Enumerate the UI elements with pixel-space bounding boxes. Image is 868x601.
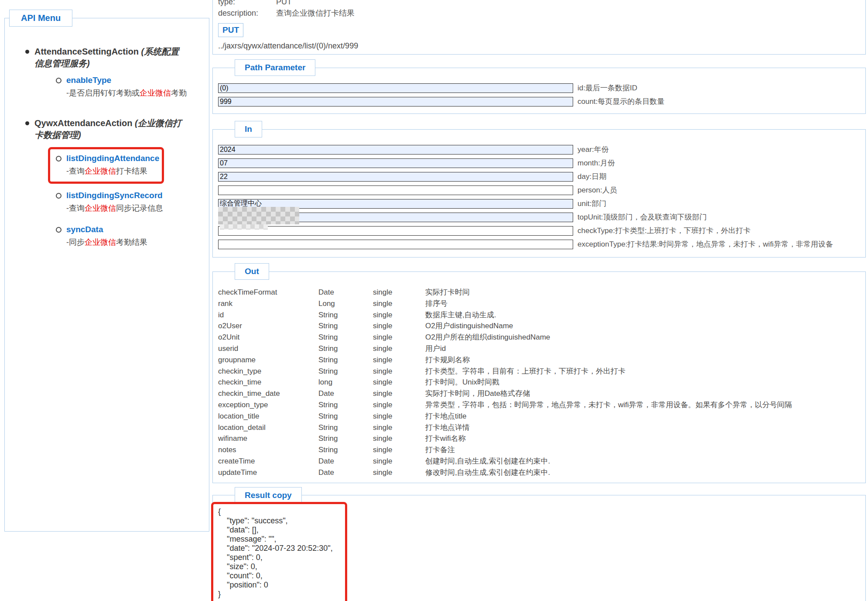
field-description-cell: O2用户所在的组织distinguishedName xyxy=(425,332,865,343)
field-multiplicity-cell: single xyxy=(373,467,425,478)
in-fields: year:年份 month:月份 day:日期 xyxy=(218,143,865,251)
field-name-cell: wifiname xyxy=(218,433,318,444)
field-name-cell: rank xyxy=(218,298,318,309)
parameter-row: checkType:打卡类型:上班打卡，下班打卡，外出打卡 xyxy=(218,224,865,237)
result-json-line: } xyxy=(218,590,865,599)
parameter-input[interactable] xyxy=(218,226,573,236)
field-multiplicity-cell: single xyxy=(373,399,425,411)
out-table: checkTimeFormat Date single 实际打卡时间 rank … xyxy=(218,287,865,478)
bullet-icon xyxy=(25,121,29,125)
field-multiplicity-cell: single xyxy=(373,377,425,388)
out-table-row: userid String single 用户id xyxy=(218,343,865,354)
field-type-cell: Date xyxy=(318,287,373,298)
parameter-row: topUnit:顶级部门，会及联查询下级部门 xyxy=(218,210,865,224)
field-description-cell: 实际打卡时间 xyxy=(425,287,865,298)
field-description-cell: 数据库主键,自动生成. xyxy=(425,309,865,321)
field-name-cell: id xyxy=(218,309,318,321)
type-value: PUT xyxy=(276,0,292,6)
parameter-input[interactable] xyxy=(218,158,573,168)
field-name-cell: location_title xyxy=(218,411,318,422)
field-type-cell: String xyxy=(318,343,373,354)
field-type-cell: Date xyxy=(318,456,373,467)
field-name-cell: checkin_time xyxy=(218,377,318,388)
api-method-item[interactable]: enableType -是否启用钉钉考勤或企业微信考勤 xyxy=(56,76,205,98)
circle-bullet-icon xyxy=(56,193,62,199)
api-menu-legend: API Menu xyxy=(9,10,72,27)
type-label: type: xyxy=(218,0,276,7)
field-multiplicity-cell: single xyxy=(373,320,425,332)
circle-bullet-icon xyxy=(56,227,62,233)
out-table-row: checkin_type String single 打卡类型。字符串，目前有：… xyxy=(218,366,865,377)
parameter-input[interactable] xyxy=(218,172,573,182)
parameter-label: person:人员 xyxy=(578,185,617,195)
field-multiplicity-cell: single xyxy=(373,332,425,343)
api-method-description: -查询企业微信同步记录信息 xyxy=(66,203,205,213)
circle-bullet-icon xyxy=(56,156,62,161)
field-multiplicity-cell: single xyxy=(373,354,425,366)
path-parameter-panel: Path Parameter id:最后一条数据ID count:每页显示的条目… xyxy=(212,59,866,114)
description-value: 查询企业微信打卡结果 xyxy=(276,9,355,17)
parameter-row: exceptionType:打卡结果:时间异常，地点异常，未打卡，wifi异常，… xyxy=(218,237,865,251)
field-description-cell: 打卡时间。Unix时间戳 xyxy=(425,377,865,388)
field-multiplicity-cell: single xyxy=(373,298,425,309)
field-description-cell: 打卡wifi名称 xyxy=(425,433,865,444)
parameter-label: count:每页显示的条目数量 xyxy=(578,96,664,106)
out-table-row: checkTimeFormat Date single 实际打卡时间 xyxy=(218,287,865,298)
field-type-cell: String xyxy=(318,399,373,411)
field-type-cell: String xyxy=(318,444,373,456)
api-group-attendance-setting: AttendanceSettingAction (系统配置信息管理服务) ena… xyxy=(25,46,205,98)
parameter-input[interactable] xyxy=(218,240,573,249)
out-table-row: checkin_time long single 打卡时间。Unix时间戳 xyxy=(218,377,865,388)
parameter-row: month:月份 xyxy=(218,156,865,170)
field-description-cell: 打卡规则名称 xyxy=(425,354,865,366)
api-group-title: QywxAttendanceAction (企业微信打卡数据管理) xyxy=(34,117,187,141)
out-table-row: updateTime Date single 修改时间,自动生成,索引创建在约束… xyxy=(218,467,865,478)
api-method-description: -是否启用钉钉考勤或企业微信考勤 xyxy=(66,88,205,98)
out-table-row: groupname String single 打卡规则名称 xyxy=(218,354,865,366)
circle-bullet-icon xyxy=(56,78,62,83)
parameter-input[interactable] xyxy=(218,83,573,93)
api-method-link[interactable]: enableType xyxy=(66,76,111,85)
out-table-row: o2Unit String single O2用户所在的组织distinguis… xyxy=(218,332,865,343)
result-json-line: "message": "", xyxy=(218,535,865,544)
path-parameter-fields: id:最后一条数据ID count:每页显示的条目数量 xyxy=(218,81,865,108)
out-table-row: id String single 数据库主键,自动生成. xyxy=(218,309,865,321)
field-description-cell: 创建时间,自动生成,索引创建在约束中. xyxy=(425,456,865,467)
field-description-cell: O2用户distinguishedName xyxy=(425,320,865,332)
field-name-cell: notes xyxy=(218,444,318,456)
api-method-description: -同步企业微信考勤结果 xyxy=(66,237,205,247)
field-multiplicity-cell: single xyxy=(373,456,425,467)
api-method-item[interactable]: listDingdingAttendance -查询企业微信打卡结果 xyxy=(48,147,164,184)
parameter-input[interactable] xyxy=(218,97,573,106)
api-console-page: API Menu AttendanceSettingAction (系统配置信息… xyxy=(0,0,868,601)
result-json-line: "count": 0, xyxy=(218,571,865,580)
out-panel: Out checkTimeFormat Date single 实际打卡时间 r… xyxy=(212,263,866,483)
parameter-input[interactable] xyxy=(218,185,573,195)
api-method-link[interactable]: listDingdingSyncRecord xyxy=(66,191,163,200)
api-method-item[interactable]: syncData -同步企业微信考勤结果 xyxy=(56,225,205,247)
field-type-cell: Long xyxy=(318,298,373,309)
field-multiplicity-cell: single xyxy=(373,433,425,444)
api-group-items: listDingdingAttendance -查询企业微信打卡结果 listD… xyxy=(25,147,205,247)
description-label: description: xyxy=(218,7,276,19)
field-type-cell: String xyxy=(318,411,373,422)
result-json-line: "size": 0, xyxy=(218,562,865,571)
api-method-link[interactable]: listDingdingAttendance xyxy=(66,154,159,163)
parameter-input[interactable] xyxy=(218,145,573,155)
api-method-item[interactable]: listDingdingSyncRecord -查询企业微信同步记录信息 xyxy=(56,191,205,213)
parameter-label: month:月份 xyxy=(578,158,615,168)
out-legend: Out xyxy=(235,263,269,280)
field-name-cell: checkin_type xyxy=(218,366,318,377)
put-method-button[interactable]: PUT xyxy=(218,23,243,37)
method-info-panel: type:PUT description:查询企业微信打卡结果 PUT ../j… xyxy=(212,0,866,55)
field-description-cell: 打卡地点详情 xyxy=(425,422,865,433)
api-group-items: enableType -是否启用钉钉考勤或企业微信考勤 xyxy=(25,76,205,98)
result-json-line: { xyxy=(218,507,865,516)
api-method-link[interactable]: syncData xyxy=(66,225,103,234)
field-type-cell: Date xyxy=(318,467,373,478)
field-name-cell: o2Unit xyxy=(218,332,318,343)
result-copy-legend: Result copy xyxy=(235,487,302,504)
field-description-cell: 实际打卡时间，用Date格式存储 xyxy=(425,388,865,399)
field-type-cell: String xyxy=(318,309,373,321)
parameter-label: unit:部门 xyxy=(578,199,606,209)
